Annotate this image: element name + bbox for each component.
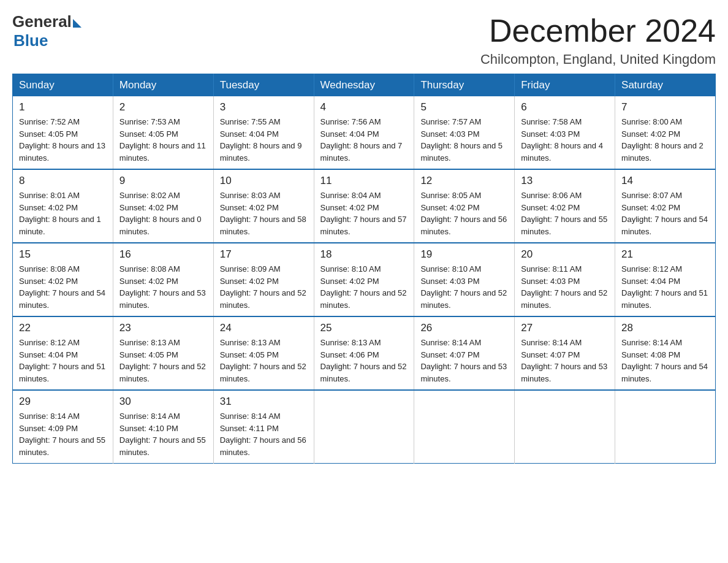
- day-number: 19: [420, 248, 508, 261]
- day-number: 16: [119, 248, 207, 261]
- day-number: 6: [521, 101, 609, 113]
- day-number: 4: [320, 101, 408, 113]
- day-info: Sunrise: 8:14 AM Sunset: 4:09 PM Dayligh…: [19, 410, 107, 458]
- day-number: 31: [220, 396, 308, 408]
- day-info: Sunrise: 7:57 AM Sunset: 4:03 PM Dayligh…: [420, 116, 508, 164]
- day-cell: 11 Sunrise: 8:04 AM Sunset: 4:02 PM Dayl…: [314, 169, 414, 243]
- day-cell: 29 Sunrise: 8:14 AM Sunset: 4:09 PM Dayl…: [13, 390, 113, 464]
- day-number: 2: [119, 101, 207, 113]
- day-info: Sunrise: 8:06 AM Sunset: 4:02 PM Dayligh…: [521, 190, 609, 237]
- day-cell: 3 Sunrise: 7:55 AM Sunset: 4:04 PM Dayli…: [213, 96, 314, 169]
- day-number: 22: [19, 322, 107, 334]
- week-row-5: 29 Sunrise: 8:14 AM Sunset: 4:09 PM Dayl…: [13, 390, 716, 464]
- day-cell: 16 Sunrise: 8:08 AM Sunset: 4:02 PM Dayl…: [113, 243, 213, 316]
- logo-triangle-icon: [73, 19, 82, 28]
- day-cell: 17 Sunrise: 8:09 AM Sunset: 4:02 PM Dayl…: [213, 243, 314, 316]
- day-cell: 24 Sunrise: 8:13 AM Sunset: 4:05 PM Dayl…: [213, 316, 314, 390]
- weekday-header-row: Sunday Monday Tuesday Wednesday Thursday…: [13, 74, 716, 97]
- day-number: 10: [220, 175, 308, 187]
- day-cell: 25 Sunrise: 8:13 AM Sunset: 4:06 PM Dayl…: [314, 316, 414, 390]
- week-row-3: 15 Sunrise: 8:08 AM Sunset: 4:02 PM Dayl…: [13, 243, 716, 316]
- day-cell: 22 Sunrise: 8:12 AM Sunset: 4:04 PM Dayl…: [13, 316, 113, 390]
- day-cell: 8 Sunrise: 8:01 AM Sunset: 4:02 PM Dayli…: [13, 169, 113, 243]
- day-info: Sunrise: 8:04 AM Sunset: 4:02 PM Dayligh…: [320, 190, 408, 237]
- day-cell: 10 Sunrise: 8:03 AM Sunset: 4:02 PM Dayl…: [213, 169, 314, 243]
- page-title: December 2024: [480, 12, 716, 49]
- day-number: 25: [320, 322, 408, 334]
- day-number: 3: [220, 101, 308, 113]
- logo-blue-text: Blue: [13, 31, 48, 50]
- calendar-table: Sunday Monday Tuesday Wednesday Thursday…: [12, 74, 716, 464]
- day-info: Sunrise: 8:02 AM Sunset: 4:02 PM Dayligh…: [119, 190, 207, 237]
- logo: General Blue: [12, 12, 82, 50]
- day-cell: 4 Sunrise: 7:56 AM Sunset: 4:04 PM Dayli…: [314, 96, 414, 169]
- day-cell: [314, 390, 414, 464]
- day-info: Sunrise: 8:08 AM Sunset: 4:02 PM Dayligh…: [119, 263, 207, 311]
- day-info: Sunrise: 8:14 AM Sunset: 4:10 PM Dayligh…: [119, 410, 207, 458]
- header-tuesday: Tuesday: [213, 74, 314, 97]
- day-info: Sunrise: 8:13 AM Sunset: 4:06 PM Dayligh…: [320, 337, 408, 385]
- day-cell: 5 Sunrise: 7:57 AM Sunset: 4:03 PM Dayli…: [414, 96, 515, 169]
- day-info: Sunrise: 8:14 AM Sunset: 4:08 PM Dayligh…: [621, 337, 709, 385]
- day-number: 30: [119, 396, 207, 408]
- day-cell: 13 Sunrise: 8:06 AM Sunset: 4:02 PM Dayl…: [515, 169, 615, 243]
- day-cell: 21 Sunrise: 8:12 AM Sunset: 4:04 PM Dayl…: [615, 243, 716, 316]
- day-info: Sunrise: 8:09 AM Sunset: 4:02 PM Dayligh…: [220, 263, 308, 311]
- day-number: 24: [220, 322, 308, 334]
- day-info: Sunrise: 8:10 AM Sunset: 4:02 PM Dayligh…: [320, 263, 408, 311]
- header-wednesday: Wednesday: [314, 74, 414, 97]
- day-cell: 28 Sunrise: 8:14 AM Sunset: 4:08 PM Dayl…: [615, 316, 716, 390]
- day-info: Sunrise: 8:14 AM Sunset: 4:07 PM Dayligh…: [521, 337, 609, 385]
- day-info: Sunrise: 8:00 AM Sunset: 4:02 PM Dayligh…: [621, 116, 709, 164]
- day-info: Sunrise: 8:08 AM Sunset: 4:02 PM Dayligh…: [19, 263, 107, 311]
- day-number: 14: [621, 175, 709, 187]
- header-sunday: Sunday: [13, 74, 113, 97]
- day-number: 8: [19, 175, 107, 187]
- day-cell: 20 Sunrise: 8:11 AM Sunset: 4:03 PM Dayl…: [515, 243, 615, 316]
- day-number: 12: [420, 175, 508, 187]
- day-info: Sunrise: 8:13 AM Sunset: 4:05 PM Dayligh…: [220, 337, 308, 385]
- day-number: 5: [420, 101, 508, 113]
- day-cell: 15 Sunrise: 8:08 AM Sunset: 4:02 PM Dayl…: [13, 243, 113, 316]
- day-cell: 26 Sunrise: 8:14 AM Sunset: 4:07 PM Dayl…: [414, 316, 515, 390]
- day-cell: 19 Sunrise: 8:10 AM Sunset: 4:03 PM Dayl…: [414, 243, 515, 316]
- day-info: Sunrise: 8:14 AM Sunset: 4:11 PM Dayligh…: [220, 410, 308, 458]
- day-cell: 31 Sunrise: 8:14 AM Sunset: 4:11 PM Dayl…: [213, 390, 314, 464]
- day-number: 23: [119, 322, 207, 334]
- day-info: Sunrise: 8:05 AM Sunset: 4:02 PM Dayligh…: [420, 190, 508, 237]
- page-header: General Blue December 2024 Chilcompton, …: [12, 12, 716, 67]
- header-friday: Friday: [515, 74, 615, 97]
- day-cell: 9 Sunrise: 8:02 AM Sunset: 4:02 PM Dayli…: [113, 169, 213, 243]
- day-cell: 7 Sunrise: 8:00 AM Sunset: 4:02 PM Dayli…: [615, 96, 716, 169]
- day-cell: 14 Sunrise: 8:07 AM Sunset: 4:02 PM Dayl…: [615, 169, 716, 243]
- day-info: Sunrise: 7:53 AM Sunset: 4:05 PM Dayligh…: [119, 116, 207, 164]
- day-number: 9: [119, 175, 207, 187]
- day-number: 15: [19, 248, 107, 261]
- day-cell: [414, 390, 515, 464]
- week-row-1: 1 Sunrise: 7:52 AM Sunset: 4:05 PM Dayli…: [13, 96, 716, 169]
- day-number: 29: [19, 396, 107, 408]
- day-info: Sunrise: 8:01 AM Sunset: 4:02 PM Dayligh…: [19, 190, 107, 237]
- week-row-4: 22 Sunrise: 8:12 AM Sunset: 4:04 PM Dayl…: [13, 316, 716, 390]
- logo-general-text: General: [12, 12, 72, 31]
- day-cell: 30 Sunrise: 8:14 AM Sunset: 4:10 PM Dayl…: [113, 390, 213, 464]
- day-number: 27: [521, 322, 609, 334]
- day-number: 20: [521, 248, 609, 261]
- header-saturday: Saturday: [615, 74, 716, 97]
- day-info: Sunrise: 7:56 AM Sunset: 4:04 PM Dayligh…: [320, 116, 408, 164]
- day-info: Sunrise: 7:58 AM Sunset: 4:03 PM Dayligh…: [521, 116, 609, 164]
- day-info: Sunrise: 8:07 AM Sunset: 4:02 PM Dayligh…: [621, 190, 709, 237]
- day-info: Sunrise: 8:13 AM Sunset: 4:05 PM Dayligh…: [119, 337, 207, 385]
- subtitle: Chilcompton, England, United Kingdom: [480, 52, 716, 67]
- day-cell: 1 Sunrise: 7:52 AM Sunset: 4:05 PM Dayli…: [13, 96, 113, 169]
- day-info: Sunrise: 8:11 AM Sunset: 4:03 PM Dayligh…: [521, 263, 609, 311]
- day-info: Sunrise: 8:10 AM Sunset: 4:03 PM Dayligh…: [420, 263, 508, 311]
- day-number: 28: [621, 322, 709, 334]
- day-cell: [515, 390, 615, 464]
- day-number: 11: [320, 175, 408, 187]
- day-cell: 23 Sunrise: 8:13 AM Sunset: 4:05 PM Dayl…: [113, 316, 213, 390]
- day-info: Sunrise: 8:12 AM Sunset: 4:04 PM Dayligh…: [621, 263, 709, 311]
- day-number: 17: [220, 248, 308, 261]
- day-cell: 18 Sunrise: 8:10 AM Sunset: 4:02 PM Dayl…: [314, 243, 414, 316]
- day-number: 26: [420, 322, 508, 334]
